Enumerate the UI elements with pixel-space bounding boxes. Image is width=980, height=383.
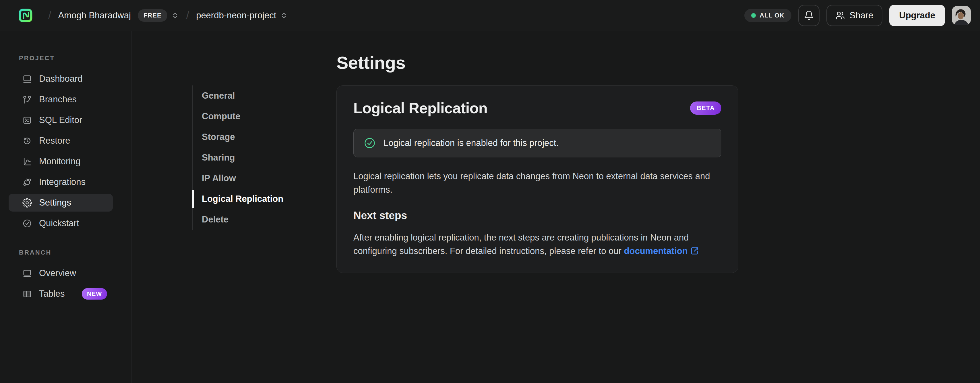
notifications-button[interactable] (798, 5, 819, 26)
card-header: Logical Replication BETA (353, 100, 721, 117)
plan-badge: FREE (138, 9, 167, 22)
settings-nav-ip-allow[interactable]: IP Allow (193, 168, 336, 188)
org-name: Amogh Bharadwaj (58, 10, 131, 21)
check-circle-icon (22, 219, 32, 228)
success-banner: Logical replication is enabled for this … (353, 129, 721, 157)
sidebar-item-monitoring[interactable]: Monitoring (9, 152, 113, 170)
sidebar-item-label: Branches (39, 94, 76, 104)
beta-badge: BETA (690, 101, 721, 115)
terminal-icon (22, 116, 32, 125)
breadcrumb-separator: / (48, 9, 51, 22)
gear-icon (22, 198, 32, 207)
chart-line-icon (22, 157, 32, 166)
sidebar-item-quickstart[interactable]: Quickstart (9, 214, 113, 232)
sidebar-item-label: Settings (39, 198, 71, 208)
window-icon (22, 269, 32, 278)
sidebar-item-integrations[interactable]: Integrations (9, 173, 113, 191)
share-button[interactable]: Share (826, 5, 883, 26)
dashboard-icon (22, 74, 32, 84)
sidebar-item-branches[interactable]: Branches (9, 90, 113, 108)
check-circle-icon (364, 137, 376, 149)
banner-text: Logical replication is enabled for this … (383, 138, 558, 148)
logical-replication-card: Logical Replication BETA Logical replica… (336, 85, 738, 273)
git-branch-icon (22, 95, 32, 104)
sidebar: PROJECT Dashboard Branches SQL Editor (0, 31, 132, 383)
org-breadcrumb[interactable]: Amogh Bharadwaj FREE (58, 9, 180, 22)
documentation-link[interactable]: documentation (624, 246, 699, 256)
sidebar-item-label: Overview (39, 268, 76, 279)
sidebar-item-settings[interactable]: Settings (9, 194, 113, 212)
settings-nav: General Compute Storage Sharing IP Allow… (192, 85, 336, 230)
sidebar-item-overview[interactable]: Overview (9, 264, 113, 282)
unfold-more-icon (280, 11, 288, 20)
settings-nav-delete[interactable]: Delete (193, 209, 336, 230)
card-description: Logical replication lets you replicate d… (353, 169, 721, 196)
top-bar: / Amogh Bharadwaj FREE / peerdb-neon-pro… (0, 0, 980, 31)
project-breadcrumb[interactable]: peerdb-neon-project (196, 10, 288, 21)
sidebar-item-dashboard[interactable]: Dashboard (9, 70, 113, 88)
settings-nav-general[interactable]: General (193, 85, 336, 106)
sidebar-item-label: Tables (39, 289, 65, 299)
status-dot-icon (751, 13, 756, 18)
breadcrumb-separator: / (186, 9, 189, 22)
card-title: Logical Replication (353, 100, 487, 117)
upgrade-button[interactable]: Upgrade (889, 5, 945, 26)
settings-nav-compute[interactable]: Compute (193, 106, 336, 127)
sidebar-item-label: Monitoring (39, 156, 81, 166)
sidebar-item-restore[interactable]: Restore (9, 132, 113, 150)
status-pill[interactable]: ALL OK (745, 9, 791, 22)
new-badge: NEW (82, 288, 107, 299)
settings-nav-storage[interactable]: Storage (193, 127, 336, 147)
settings-nav-sharing[interactable]: Sharing (193, 147, 336, 168)
sidebar-item-tables[interactable]: Tables NEW (9, 285, 113, 303)
bell-icon (804, 10, 814, 21)
page-title: Settings (336, 54, 738, 72)
table-icon (22, 289, 32, 299)
next-steps-text: After enabling logical replication, the … (353, 231, 721, 258)
sidebar-section-branch: BRANCH (19, 249, 131, 256)
neon-logo-icon[interactable] (18, 8, 33, 23)
settings-nav-logical-replication[interactable]: Logical Replication (193, 188, 336, 209)
avatar[interactable] (952, 6, 971, 25)
history-icon (22, 136, 32, 146)
sidebar-section-project: PROJECT (19, 54, 131, 62)
sidebar-item-label: Restore (39, 136, 70, 146)
sidebar-item-label: SQL Editor (39, 115, 82, 125)
sidebar-item-label: Quickstart (39, 218, 79, 228)
users-icon (835, 11, 845, 20)
topbar-actions: ALL OK Share Upgrade (745, 5, 971, 26)
project-name: peerdb-neon-project (196, 10, 276, 21)
integrations-icon (22, 177, 32, 187)
sidebar-item-sql-editor[interactable]: SQL Editor (9, 111, 113, 129)
external-link-icon (690, 247, 699, 255)
unfold-more-icon (171, 11, 180, 20)
sidebar-item-label: Integrations (39, 177, 86, 187)
main-content: Settings General Compute Storage Sharing… (132, 31, 980, 383)
documentation-link-label: documentation (624, 246, 688, 256)
status-label: ALL OK (760, 12, 784, 19)
sidebar-item-label: Dashboard (39, 74, 83, 84)
sidebar-section-gap (0, 235, 131, 249)
share-label: Share (850, 10, 873, 21)
avatar-image (952, 6, 971, 25)
next-steps-title: Next steps (353, 210, 721, 222)
